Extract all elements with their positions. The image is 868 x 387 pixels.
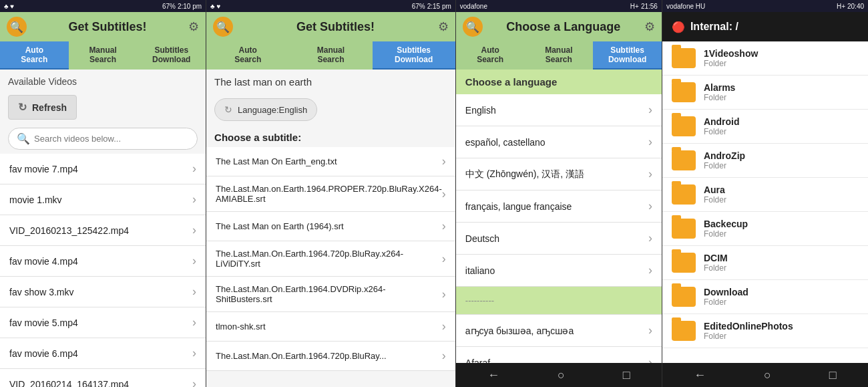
tab-subtitles-download-2[interactable]: SubtitlesDownload xyxy=(373,41,455,70)
search-input-1[interactable] xyxy=(34,134,189,144)
folder-item-editedonlinephotos[interactable]: EditedOnlinePhotos Folder xyxy=(662,314,868,348)
folder-item-androzip[interactable]: AndroZip Folder xyxy=(662,144,868,178)
video-item-6[interactable]: fav movie 5.mp4 › xyxy=(0,307,206,338)
tab-auto-search-2[interactable]: AutoSearch xyxy=(206,41,289,70)
subtitle-item-5[interactable]: The.Last.Man.On.Earth.1964.DVDRip.x264-S… xyxy=(206,277,455,312)
video-name-5: fav show 3.mkv xyxy=(9,287,73,297)
home-button-3[interactable]: ○ xyxy=(551,366,572,385)
subtitle-chevron-3: › xyxy=(442,219,446,233)
folder-item-1videoshow[interactable]: 1Videoshow Folder xyxy=(662,41,868,76)
home-button-4[interactable]: ○ xyxy=(757,366,778,385)
tab-auto-search-1[interactable]: AutoSearch xyxy=(0,41,69,70)
subtitle-chevron-2: › xyxy=(442,187,446,201)
back-button-4[interactable]: ← xyxy=(687,366,712,385)
tab-subtitles-download-1[interactable]: SubtitlesDownload xyxy=(137,41,206,70)
back-button-3[interactable]: ← xyxy=(481,366,506,385)
lang-item-french[interactable]: français, langue française › xyxy=(456,190,662,223)
screen3: vodafone H+ 21:56 🔍 Choose a Language ⚙ … xyxy=(456,0,662,387)
settings-icon-1[interactable]: ⚙ xyxy=(188,19,199,34)
battery-2: 67% xyxy=(412,3,425,10)
subtitle-item-7[interactable]: The.Last.Man.On.Earth.1964.720p.BluRay..… xyxy=(206,342,455,371)
status-left-2: ♣ ♥ xyxy=(210,3,220,10)
folder-item-android[interactable]: Android Folder xyxy=(662,110,868,144)
subtitle-item-4[interactable]: The.Last.Man.On.Earth.1964.720p.BluRay.x… xyxy=(206,241,455,277)
video-name-1: fav movie 7.mp4 xyxy=(9,164,78,174)
folder-name-1videoshow: 1Videoshow xyxy=(704,48,758,59)
chevron-icon-4: › xyxy=(192,254,196,268)
folder-item-backecup[interactable]: Backecup Folder xyxy=(662,212,868,246)
lang-item-english[interactable]: English › xyxy=(456,94,662,126)
folder-item-aura[interactable]: Aura Folder xyxy=(662,178,868,212)
video-item-2[interactable]: movie 1.mkv › xyxy=(0,184,206,215)
internal-path: Internal: / xyxy=(690,21,738,33)
lang-item-german[interactable]: Deutsch › xyxy=(456,223,662,255)
subtitle-name-7: The.Last.Man.On.Earth.1964.720p.BluRay..… xyxy=(216,351,387,361)
video-item-3[interactable]: VID_20160213_125422.mp4 › xyxy=(0,215,206,246)
folder-type-alarms: Folder xyxy=(704,93,735,102)
lang-item-spanish[interactable]: español, castellano › xyxy=(456,126,662,158)
lang-item-abkhazian[interactable]: аҧсуа бызшәа, аҧсшәа › xyxy=(456,315,662,347)
video-item-5[interactable]: fav show 3.mkv › xyxy=(0,277,206,307)
folder-item-download[interactable]: Download Folder xyxy=(662,280,868,314)
app-logo-4: 🔴 xyxy=(672,21,685,33)
subtitle-chevron-5: › xyxy=(442,287,446,301)
lang-item-chinese[interactable]: 中文 (Zhōngwén), 汉语, 漢語 › xyxy=(456,158,662,190)
search-box-1[interactable]: 🔍 xyxy=(8,128,198,150)
recent-button-3[interactable]: □ xyxy=(616,366,637,385)
screen4: vodafone HU H+ 20:40 🔴 Internal: / 1Vide… xyxy=(662,0,868,387)
nav-bar-3: ← ○ □ xyxy=(456,363,662,387)
folder-type-androzip: Folder xyxy=(704,161,745,170)
chevron-icon-3: › xyxy=(192,223,196,237)
subtitle-item-3[interactable]: The Last Man on Earth (1964).srt › xyxy=(206,212,455,241)
tab-manual-search-1[interactable]: ManualSearch xyxy=(69,41,138,70)
status-left-1: ♣ ♥ xyxy=(4,3,14,10)
time-4: 20:40 xyxy=(847,3,864,10)
lang-name-italian: italiano xyxy=(465,265,495,276)
subtitle-name-1: The Last Man On Earth_eng.txt xyxy=(216,156,337,166)
settings-icon-2[interactable]: ⚙ xyxy=(438,19,449,34)
video-item-4[interactable]: fav movie 4.mp4 › xyxy=(0,246,206,277)
recent-button-4[interactable]: □ xyxy=(823,366,843,385)
folder-type-android: Folder xyxy=(704,127,740,136)
folder-icon-download xyxy=(672,287,696,307)
tab-auto-search-3[interactable]: AutoSearch xyxy=(456,41,525,70)
tab-manual-search-2[interactable]: ManualSearch xyxy=(289,41,372,70)
settings-icon-3[interactable]: ⚙ xyxy=(644,19,655,34)
folder-type-dcim: Folder xyxy=(704,263,728,273)
tab-subtitles-download-3[interactable]: SubtitlesDownload xyxy=(593,41,662,70)
tab-manual-search-3[interactable]: ManualSearch xyxy=(525,41,594,70)
subtitle-item-1[interactable]: The Last Man On Earth_eng.txt › xyxy=(206,147,455,176)
subtitle-item-2[interactable]: The.Last.Man.on.Earth.1964.PROPER.720p.B… xyxy=(206,176,455,212)
folder-item-dcim[interactable]: DCIM Folder xyxy=(662,246,868,280)
video-item-1[interactable]: fav movie 7.mp4 › xyxy=(0,154,206,184)
movie-title: The last man on earth xyxy=(206,70,455,94)
subtitle-name-5: The.Last.Man.On.Earth.1964.DVDRip.x264-S… xyxy=(216,284,442,304)
refresh-button-1[interactable]: ↻ Refresh xyxy=(8,95,77,120)
subtitle-chevron-4: › xyxy=(442,252,446,266)
folder-icon-editedonlinephotos xyxy=(672,321,696,341)
folder-name-backecup: Backecup xyxy=(704,219,748,229)
language-button[interactable]: ↻ Language:English xyxy=(214,98,317,121)
tabs-2: AutoSearch ManualSearch SubtitlesDownloa… xyxy=(206,41,455,70)
lang-name-afar: Afaraf xyxy=(465,358,490,364)
tabs-3: AutoSearch ManualSearch SubtitlesDownloa… xyxy=(456,41,662,70)
subtitle-name-4: The.Last.Man.On.Earth.1964.720p.BluRay.x… xyxy=(216,249,442,269)
video-name-7: fav movie 6.mp4 xyxy=(9,348,78,359)
tabs-1: AutoSearch ManualSearch SubtitlesDownloa… xyxy=(0,41,206,70)
status-bar-3: vodafone H+ 21:56 xyxy=(456,0,662,12)
lang-item-italian[interactable]: italiano › xyxy=(456,255,662,287)
video-item-8[interactable]: VID_20160214_164137.mp4 › xyxy=(0,369,206,387)
lang-item-separator: ---------- xyxy=(456,287,662,315)
folder-item-alarms[interactable]: Alarms Folder xyxy=(662,76,868,110)
folder-name-dcim: DCIM xyxy=(704,253,728,263)
video-list-1: fav movie 7.mp4 › movie 1.mkv › VID_2016… xyxy=(0,154,206,387)
carrier-3: vodafone xyxy=(460,3,487,10)
subtitle-item-6[interactable]: tlmon-shk.srt › xyxy=(206,312,455,342)
video-name-2: movie 1.mkv xyxy=(9,195,62,205)
video-item-7[interactable]: fav movie 6.mp4 › xyxy=(0,338,206,369)
status-bar-1: ♣ ♥ 67% 2:10 pm xyxy=(0,0,206,12)
status-right-4: H+ 20:40 xyxy=(837,3,864,10)
file-info-androzip: AndroZip Folder xyxy=(704,150,745,170)
nav-bar-4: ← ○ □ xyxy=(662,363,868,387)
lang-item-afar[interactable]: Afaraf › xyxy=(456,347,662,363)
